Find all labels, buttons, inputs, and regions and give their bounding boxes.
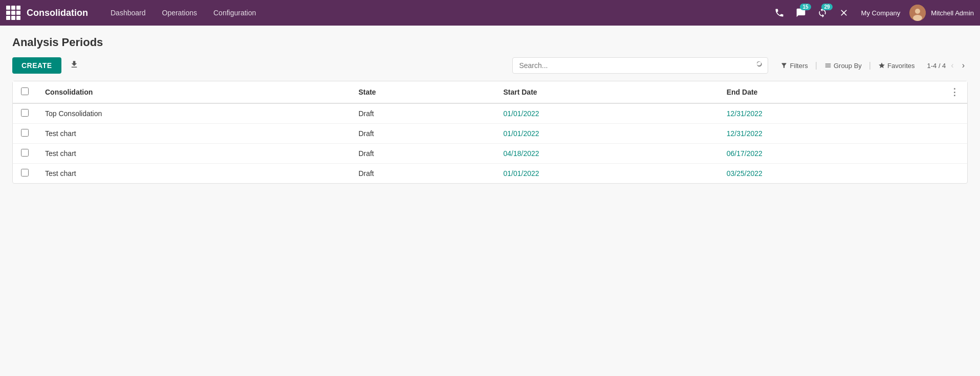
app-brand: Consolidation bbox=[27, 8, 88, 18]
group-by-label: Group By bbox=[834, 62, 862, 70]
row-checkbox-cell bbox=[13, 164, 37, 184]
messages-icon-btn[interactable]: 15 bbox=[793, 6, 809, 20]
row-start-date: 04/18/2022 bbox=[495, 144, 718, 164]
download-button[interactable] bbox=[66, 58, 83, 74]
username-label[interactable]: Mitchell Admin bbox=[931, 9, 974, 17]
row-state: Draft bbox=[350, 144, 495, 164]
row-checkbox-cell bbox=[13, 144, 37, 164]
filter-controls: Filters | Group By | Favorites bbox=[776, 60, 919, 72]
row-consolidation: Test chart bbox=[37, 124, 350, 144]
row-actions[interactable] bbox=[942, 124, 967, 144]
app-grid-icon[interactable] bbox=[6, 6, 20, 20]
table-row[interactable]: Test chart Draft 01/01/2022 03/25/2022 bbox=[13, 164, 967, 184]
nav-configuration[interactable]: Configuration bbox=[206, 6, 263, 20]
row-actions[interactable] bbox=[942, 103, 967, 124]
favorites-button[interactable]: Favorites bbox=[874, 60, 919, 72]
col-header-actions[interactable]: ⋮ bbox=[942, 81, 967, 103]
row-state: Draft bbox=[350, 164, 495, 184]
updates-badge: 29 bbox=[821, 4, 832, 10]
nav-operations[interactable]: Operations bbox=[155, 6, 204, 20]
col-header-end-date[interactable]: End Date bbox=[718, 81, 942, 103]
filters-button[interactable]: Filters bbox=[776, 60, 812, 72]
topnav-right: 15 29 My Company Mitchell Admin bbox=[771, 5, 974, 21]
user-avatar[interactable] bbox=[909, 5, 926, 21]
analysis-table: Consolidation State Start Date End Date … bbox=[13, 81, 967, 183]
col-header-consolidation[interactable]: Consolidation bbox=[37, 81, 350, 103]
row-checkbox[interactable] bbox=[21, 129, 29, 137]
pagination-prev[interactable]: ‹ bbox=[948, 60, 956, 71]
search-icon[interactable] bbox=[756, 60, 764, 71]
table-row[interactable]: Top Consolidation Draft 01/01/2022 12/31… bbox=[13, 103, 967, 124]
row-consolidation: Test chart bbox=[37, 144, 350, 164]
filter-sep2: | bbox=[869, 61, 871, 70]
create-button[interactable]: CREATE bbox=[12, 57, 61, 74]
pagination-range: 1-4 / 4 bbox=[927, 62, 946, 70]
row-actions[interactable] bbox=[942, 144, 967, 164]
row-end-date: 12/31/2022 bbox=[718, 103, 942, 124]
filter-sep1: | bbox=[815, 61, 817, 70]
col-header-state[interactable]: State bbox=[350, 81, 495, 103]
toolbar: CREATE bbox=[12, 57, 83, 74]
row-consolidation: Top Consolidation bbox=[37, 103, 350, 124]
page-title: Analysis Periods bbox=[12, 36, 968, 49]
search-input[interactable] bbox=[512, 57, 768, 74]
table-row[interactable]: Test chart Draft 04/18/2022 06/17/2022 bbox=[13, 144, 967, 164]
select-all-header bbox=[13, 81, 37, 103]
phone-icon-btn[interactable] bbox=[771, 6, 788, 20]
topnav-links: Dashboard Operations Configuration bbox=[103, 6, 771, 20]
pagination-next[interactable]: › bbox=[959, 60, 968, 71]
group-by-button[interactable]: Group By bbox=[820, 60, 866, 72]
messages-badge: 15 bbox=[800, 4, 811, 10]
row-state: Draft bbox=[350, 124, 495, 144]
row-end-date: 06/17/2022 bbox=[718, 144, 942, 164]
search-wrapper bbox=[512, 57, 768, 74]
updates-icon-btn[interactable]: 29 bbox=[814, 6, 831, 20]
svg-point-2 bbox=[913, 15, 922, 21]
row-checkbox-cell bbox=[13, 124, 37, 144]
filters-label: Filters bbox=[790, 62, 808, 70]
row-state: Draft bbox=[350, 103, 495, 124]
table-header-row: Consolidation State Start Date End Date … bbox=[13, 81, 967, 103]
row-start-date: 01/01/2022 bbox=[495, 124, 718, 144]
row-end-date: 12/31/2022 bbox=[718, 124, 942, 144]
table-container: Consolidation State Start Date End Date … bbox=[12, 81, 968, 184]
nav-dashboard[interactable]: Dashboard bbox=[103, 6, 153, 20]
page-content: Analysis Periods CREATE bbox=[0, 26, 980, 376]
row-checkbox[interactable] bbox=[21, 109, 29, 117]
row-checkbox[interactable] bbox=[21, 169, 29, 176]
row-start-date: 01/01/2022 bbox=[495, 164, 718, 184]
row-end-date: 03/25/2022 bbox=[718, 164, 942, 184]
col-header-start-date[interactable]: Start Date bbox=[495, 81, 718, 103]
svg-point-1 bbox=[915, 9, 920, 14]
select-all-checkbox[interactable] bbox=[21, 87, 29, 95]
row-consolidation: Test chart bbox=[37, 164, 350, 184]
table-row[interactable]: Test chart Draft 01/01/2022 12/31/2022 bbox=[13, 124, 967, 144]
pagination: 1-4 / 4 ‹ › bbox=[927, 60, 968, 71]
favorites-label: Favorites bbox=[887, 62, 914, 70]
row-checkbox[interactable] bbox=[21, 149, 29, 157]
row-checkbox-cell bbox=[13, 103, 37, 124]
company-label[interactable]: My Company bbox=[857, 7, 905, 19]
row-start-date: 01/01/2022 bbox=[495, 103, 718, 124]
close-icon-btn[interactable] bbox=[836, 6, 852, 20]
row-actions[interactable] bbox=[942, 164, 967, 184]
topnav: Consolidation Dashboard Operations Confi… bbox=[0, 0, 980, 26]
